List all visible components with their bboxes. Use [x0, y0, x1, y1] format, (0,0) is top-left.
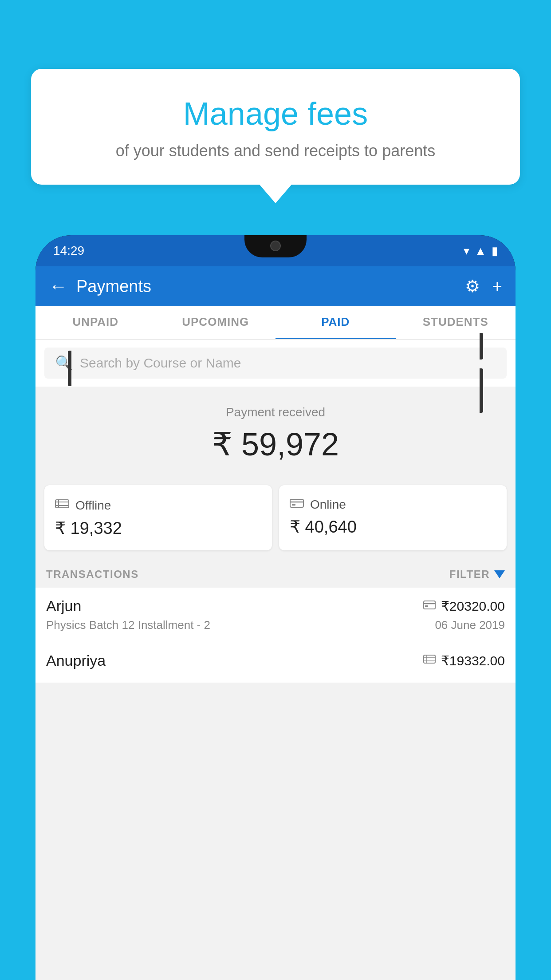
- tabs-bar: UNPAID UPCOMING PAID STUDENTS: [35, 306, 516, 340]
- transaction-card-icon: [423, 599, 436, 613]
- status-bar: 14:29 ▾ ▲ ▮: [35, 235, 516, 266]
- transaction-name: Arjun: [46, 597, 81, 615]
- transaction-row[interactable]: Arjun ₹20320.00 Physics Batch 12 Install…: [35, 588, 516, 642]
- phone-frame: 14:29 ▾ ▲ ▮ ← Payments ⚙ + UNPAID UPCOMI…: [35, 235, 516, 980]
- transaction-row[interactable]: Anupriya ₹19332.00: [35, 642, 516, 683]
- offline-amount: ₹ 19,332: [55, 518, 261, 538]
- transaction-top: Arjun ₹20320.00: [46, 597, 505, 615]
- status-time: 14:29: [53, 244, 84, 258]
- transaction-amount: ₹20320.00: [441, 598, 505, 614]
- svg-rect-0: [55, 500, 69, 508]
- filter-icon: [494, 570, 505, 578]
- tab-paid[interactable]: PAID: [276, 306, 396, 339]
- transaction-top: Anupriya ₹19332.00: [46, 652, 505, 669]
- transaction-name: Anupriya: [46, 652, 106, 669]
- payment-received-section: Payment received ₹ 59,972: [35, 387, 516, 476]
- notch: [244, 235, 307, 257]
- transaction-amount: ₹19332.00: [441, 653, 505, 668]
- transaction-cash-icon: [423, 654, 436, 668]
- battery-icon: ▮: [492, 244, 498, 258]
- transaction-amount-wrapper: ₹20320.00: [423, 598, 505, 614]
- svg-rect-6: [292, 504, 295, 506]
- online-payment-card: Online ₹ 40,640: [279, 485, 507, 550]
- transaction-bottom: Physics Batch 12 Installment - 2 06 June…: [46, 618, 505, 632]
- search-container: 🔍 Search by Course or Name: [35, 340, 516, 387]
- signal-icon: ▲: [475, 244, 486, 258]
- status-icons: ▾ ▲ ▮: [464, 244, 498, 258]
- app-header: ← Payments ⚙ +: [35, 266, 516, 306]
- tab-students[interactable]: STUDENTS: [396, 306, 516, 339]
- back-button[interactable]: ←: [49, 276, 67, 297]
- tooltip-subtitle: of your students and send receipts to pa…: [53, 142, 498, 160]
- page-title: Payments: [76, 277, 465, 296]
- tab-unpaid[interactable]: UNPAID: [35, 306, 156, 339]
- settings-icon[interactable]: ⚙: [465, 277, 480, 296]
- offline-label: Offline: [75, 498, 111, 513]
- front-camera: [270, 241, 281, 251]
- tooltip-title: Manage fees: [53, 95, 498, 132]
- payment-cards: Offline ₹ 19,332 Online ₹ 4: [35, 476, 516, 559]
- phone-side-btn-left: [68, 351, 71, 386]
- filter-button[interactable]: FILTER: [449, 568, 505, 581]
- filter-label: FILTER: [449, 568, 490, 581]
- svg-rect-10: [424, 655, 435, 663]
- online-card-header: Online: [290, 498, 496, 512]
- payment-total-amount: ₹ 59,972: [44, 426, 507, 463]
- phone-side-btn-right-top: [480, 333, 483, 360]
- online-icon: [290, 498, 304, 512]
- svg-rect-4: [290, 499, 303, 507]
- svg-rect-9: [425, 605, 428, 607]
- transactions-header: TRANSACTIONS FILTER: [35, 559, 516, 588]
- phone-screen: UNPAID UPCOMING PAID STUDENTS 🔍 Search b…: [35, 306, 516, 980]
- online-label: Online: [310, 498, 346, 512]
- tooltip-card: Manage fees of your students and send re…: [31, 69, 520, 185]
- search-placeholder: Search by Course or Name: [80, 356, 241, 371]
- phone-side-btn-right-bot: [480, 368, 483, 413]
- transaction-course: Physics Batch 12 Installment - 2: [46, 618, 210, 632]
- tab-upcoming[interactable]: UPCOMING: [156, 306, 276, 339]
- search-box[interactable]: 🔍 Search by Course or Name: [44, 348, 507, 379]
- header-icons: ⚙ +: [465, 277, 502, 296]
- offline-card-header: Offline: [55, 498, 261, 513]
- online-amount: ₹ 40,640: [290, 517, 496, 537]
- payment-received-label: Payment received: [44, 405, 507, 419]
- offline-icon: [55, 498, 69, 513]
- transaction-amount-wrapper: ₹19332.00: [423, 653, 505, 668]
- transactions-label: TRANSACTIONS: [46, 568, 139, 581]
- add-icon[interactable]: +: [492, 277, 502, 296]
- transaction-date: 06 June 2019: [435, 618, 505, 632]
- wifi-icon: ▾: [464, 244, 469, 258]
- offline-payment-card: Offline ₹ 19,332: [44, 485, 272, 550]
- svg-rect-7: [424, 601, 435, 609]
